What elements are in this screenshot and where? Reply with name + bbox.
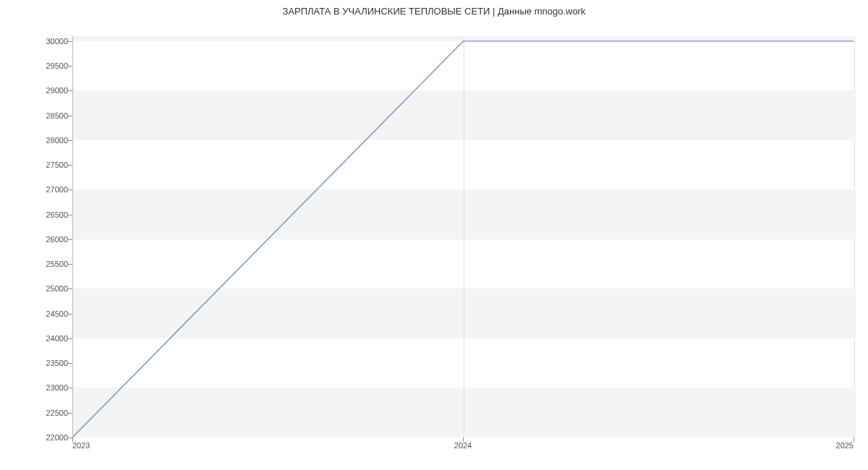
y-axis-label: 22500 [25,409,68,417]
y-tick [68,189,72,190]
y-tick [68,215,72,215]
x-axis-label: 2024 [454,441,472,450]
y-tick [68,41,72,42]
y-tick [68,437,72,438]
grid-vline [854,36,855,437]
y-tick [68,116,72,116]
y-tick [68,140,72,141]
y-axis-label: 24000 [25,334,68,343]
chart-title: ЗАРПЛАТА В УЧАЛИНСКИЕ ТЕПЛОВЫЕ СЕТИ | Да… [0,6,868,17]
plot-area [72,36,854,437]
line-series [73,36,854,437]
y-axis-label: 25500 [25,260,68,268]
chart-container: ЗАРПЛАТА В УЧАЛИНСКИЕ ТЕПЛОВЫЕ СЕТИ | Да… [0,0,868,470]
x-axis-label: 2025 [836,441,854,450]
y-axis-label: 23000 [25,383,68,392]
y-axis-label: 23500 [25,359,68,367]
x-axis-label: 2023 [72,441,90,450]
y-axis-label: 30000 [25,37,68,46]
y-tick [68,338,72,339]
y-axis-label: 25000 [25,284,68,293]
y-axis-label: 27000 [25,185,68,194]
y-tick [68,388,72,388]
y-axis-label: 29000 [25,86,68,95]
y-axis-label: 28000 [25,136,68,145]
y-tick [68,363,72,364]
y-tick [68,66,72,67]
y-tick [68,264,72,265]
y-tick [68,413,72,414]
y-axis-label: 29500 [25,61,68,70]
y-tick [68,289,72,289]
y-axis-label: 24500 [25,309,68,318]
y-tick [68,239,72,240]
y-tick [68,314,72,315]
y-axis-label: 26000 [25,235,68,244]
y-tick [68,90,72,91]
y-axis-label: 22000 [25,433,68,442]
y-axis-label: 26500 [25,210,68,219]
y-axis-label: 27500 [25,161,68,169]
y-axis-label: 28500 [25,111,68,120]
y-tick [68,165,72,166]
series-line [73,41,854,437]
